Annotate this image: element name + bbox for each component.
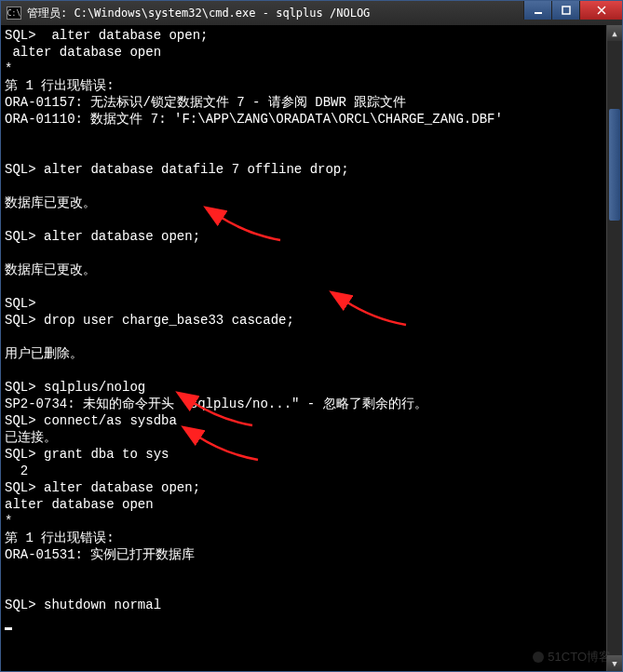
maximize-button[interactable] — [551, 1, 579, 20]
terminal-line: 用户已删除。 — [5, 345, 618, 362]
window-buttons — [523, 1, 622, 20]
terminal-line — [5, 329, 618, 345]
terminal-line — [5, 362, 618, 379]
terminal-line: SQL> shutdown normal — [5, 597, 618, 613]
terminal-line: 数据库已更改。 — [5, 262, 618, 278]
terminal-line: 第 1 行出现错误: — [5, 77, 618, 94]
watermark-icon — [533, 652, 544, 663]
terminal-line: * — [5, 513, 618, 530]
terminal-line — [5, 563, 618, 580]
terminal-line: SQL> alter database open; — [5, 27, 618, 44]
terminal-line — [5, 245, 618, 262]
cmd-window: C:\ 管理员: C:\Windows\system32\cmd.exe - s… — [0, 0, 623, 672]
terminal-line: SQL> — [5, 295, 618, 312]
window-title: 管理员: C:\Windows\system32\cmd.exe - sqlpl… — [27, 6, 370, 21]
terminal-line: SQL> connect/as sysdba — [5, 412, 618, 429]
terminal-line: SQL> alter database open; — [5, 479, 618, 496]
terminal-line: SQL> alter database datafile 7 offline d… — [5, 161, 618, 178]
terminal-line: * — [5, 60, 618, 77]
scroll-thumb[interactable] — [609, 109, 620, 221]
terminal-line — [5, 144, 618, 161]
terminal-line — [5, 211, 618, 228]
terminal-line: ORA-01157: 无法标识/锁定数据文件 7 - 请参阅 DBWR 跟踪文件 — [5, 94, 618, 111]
vertical-scrollbar[interactable]: ▲ ▼ — [606, 25, 622, 671]
terminal-line: SQL> sqlplus/nolog — [5, 379, 618, 396]
terminal-line: SQL> alter database open; — [5, 228, 618, 245]
cmd-icon: C:\ — [7, 7, 21, 20]
terminal-line: SQL> drop user charge_base33 cascade; — [5, 312, 618, 329]
terminal-line: SQL> grant dba to sys — [5, 446, 618, 463]
watermark: 51CTO博客 — [533, 649, 611, 665]
terminal-line — [5, 278, 618, 295]
terminal-line — [5, 580, 618, 597]
terminal-line: ORA-01531: 实例已打开数据库 — [5, 546, 618, 563]
terminal-line: 2 — [5, 463, 618, 479]
terminal-output[interactable]: SQL> alter database open; alter database… — [1, 25, 622, 671]
watermark-text: 51CTO博客 — [548, 649, 611, 665]
cursor-line — [5, 613, 618, 630]
terminal-line: 已连接。 — [5, 429, 618, 446]
cursor — [5, 627, 12, 630]
terminal-line: alter database open — [5, 496, 618, 513]
svg-rect-1 — [562, 7, 570, 14]
terminal-line: ORA-01110: 数据文件 7: 'F:\APP\ZANG\ORADATA\… — [5, 111, 618, 128]
minimize-button[interactable] — [523, 1, 551, 20]
terminal-line: alter database open — [5, 44, 618, 60]
close-button[interactable] — [579, 1, 622, 20]
terminal-line: SP2-0734: 未知的命令开头 "sqlplus/no..." - 忽略了剩… — [5, 396, 618, 412]
titlebar[interactable]: C:\ 管理员: C:\Windows\system32\cmd.exe - s… — [1, 1, 622, 25]
terminal-line: 第 1 行出现错误: — [5, 530, 618, 546]
terminal-line — [5, 178, 618, 195]
terminal-line — [5, 128, 618, 144]
scroll-up-button[interactable]: ▲ — [607, 25, 622, 41]
terminal-line: 数据库已更改。 — [5, 195, 618, 211]
